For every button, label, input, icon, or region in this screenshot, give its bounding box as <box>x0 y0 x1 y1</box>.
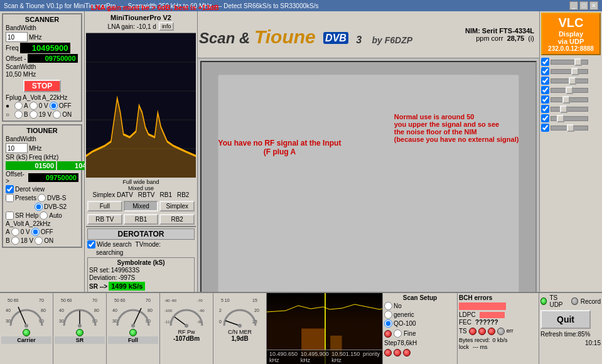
scanner-freq-display: 10495900 <box>20 43 70 53</box>
plug-a-radio[interactable] <box>14 102 23 110</box>
volb-19v-radio[interactable] <box>30 110 38 119</box>
rb2-button[interactable]: RB2 <box>159 214 195 225</box>
presets-checkbox[interactable] <box>6 194 14 202</box>
rb1-button[interactable]: RB1 <box>124 214 159 225</box>
t-off-radio[interactable] <box>31 228 40 236</box>
mode-mixed-label: Mixed use <box>87 185 195 191</box>
freq-label: Freq <box>6 45 19 51</box>
spectrum-info: Full wide band Mixed use Simplex DATV RB… <box>86 178 196 200</box>
action-led-1 <box>384 349 392 356</box>
dvbs-radio[interactable] <box>38 194 46 202</box>
bandwidth-input[interactable] <box>6 32 28 42</box>
slider-3[interactable] <box>551 78 588 83</box>
tiouner-bw-input[interactable] <box>6 143 28 153</box>
auto-radio[interactable] <box>40 211 48 220</box>
rb2-label: RB2 <box>177 191 189 198</box>
slider-checkbox-4[interactable] <box>541 86 549 94</box>
bandwidth-unit: MHz <box>29 34 42 41</box>
cn-mer-label: C/N MER <box>228 329 252 335</box>
slider-5[interactable] <box>551 97 588 102</box>
slider-7[interactable] <box>551 116 588 121</box>
tiouner-offset-display: 09750000 <box>28 173 78 182</box>
svg-text:-70: -70 <box>197 299 203 302</box>
svg-text:-90 -80: -90 -80 <box>164 299 177 302</box>
nim-label: NIM: Serit FTS-4334L <box>419 27 534 35</box>
scan-qo100-radio[interactable] <box>384 319 392 328</box>
symbolrate-box: Symbolrate (kS) SR set: 1499633S Deviati… <box>87 257 195 293</box>
b22k-on-radio[interactable] <box>53 110 61 119</box>
lock-value: --- ms <box>473 344 488 350</box>
bch-panel: BCH errors LDPC FEC ?????? TS err Bytes … <box>458 293 539 364</box>
scanner-title: SCANNER <box>6 16 78 23</box>
waterfall-bottom: 10.490.650 kHz 10.495.900 kHz 10.501.150… <box>267 293 382 364</box>
sr-label: SR <box>55 336 105 344</box>
dvbs2-radio[interactable] <box>35 203 43 211</box>
slider-8[interactable] <box>551 126 588 131</box>
svg-text:70: 70 <box>146 298 151 302</box>
action-led-3 <box>403 349 411 356</box>
ldpc-bar <box>480 312 505 318</box>
sr-arrow-label: SR --> <box>89 283 107 290</box>
a22k-off-radio[interactable] <box>50 102 58 110</box>
freq1-label: 10.490.650 kHz <box>269 351 301 363</box>
vola-0v-radio[interactable] <box>30 102 38 110</box>
auto-label: Auto <box>49 212 62 219</box>
t-18v-radio[interactable] <box>11 237 19 245</box>
vlc-address: 232.0.0.12:8888 <box>544 45 598 52</box>
wide-search-checkbox[interactable] <box>87 240 95 249</box>
bytes-recvd-value: 0 kb/s <box>493 337 508 343</box>
slider-checkbox-8[interactable] <box>541 124 549 132</box>
maximize-button[interactable]: □ <box>579 1 588 10</box>
symbolrate-title: Symbolrate (kS) <box>89 259 193 266</box>
scanner-offset-display: 09750000 <box>28 54 78 63</box>
plug-b-radio[interactable] <box>14 110 23 119</box>
full-button[interactable]: Full <box>87 201 122 211</box>
svg-text:40: 40 <box>112 308 117 313</box>
mixed-button[interactable]: Mixed <box>124 201 159 211</box>
info-button[interactable]: info <box>159 22 175 31</box>
tiouner-sr-display: 01500 <box>6 161 56 170</box>
priority-label: priority <box>363 351 380 363</box>
derot-view-checkbox[interactable] <box>6 185 14 193</box>
svg-text:30: 30 <box>6 319 11 323</box>
lna-gain-label: LNA gain: -10,1 d <box>108 23 156 30</box>
t-on-radio[interactable] <box>35 237 43 245</box>
ts-label-bch: TS <box>459 328 467 335</box>
rbtv-button[interactable]: RB TV <box>87 214 122 225</box>
slider-2[interactable] <box>551 69 588 74</box>
sr-help-checkbox[interactable] <box>6 211 14 220</box>
scan-generic-label: generic <box>394 311 414 318</box>
stop-button[interactable]: STOP <box>23 80 61 92</box>
slider-1[interactable] <box>551 60 588 65</box>
slider-6[interactable] <box>551 107 588 112</box>
slider-checkbox-3[interactable] <box>541 77 549 85</box>
scan-no-radio[interactable] <box>384 302 392 310</box>
slider-4[interactable] <box>551 88 588 93</box>
bch-title: BCH errors <box>459 294 537 301</box>
wide-search-label: Wide search <box>97 241 132 248</box>
sr-led <box>76 329 83 336</box>
sr-set-value: 1499633S <box>111 267 140 274</box>
lock-label: lock <box>459 344 469 350</box>
fine-radio[interactable] <box>394 329 402 338</box>
full-meter: 50 60 70 40 80 30 90 Full <box>107 293 160 364</box>
svg-point-31 <box>131 324 135 328</box>
slider-checkbox-5[interactable] <box>541 95 549 104</box>
svg-text:70: 70 <box>39 298 44 302</box>
a22k-label: A_22kHz <box>42 94 68 101</box>
tvmode-value: searching <box>96 249 123 256</box>
scan-setup-title: Scan Setup <box>384 294 456 301</box>
slider-checkbox-6[interactable] <box>541 105 549 113</box>
close-button[interactable]: ✕ <box>589 1 598 10</box>
slider-checkbox-1[interactable] <box>541 58 549 66</box>
simplex-button[interactable]: Simplex <box>159 201 195 211</box>
svg-text:80: 80 <box>148 308 153 313</box>
slider-checkbox-2[interactable] <box>541 67 549 75</box>
sr-meter: 50 60 70 40 80 30 90 SR <box>53 293 107 364</box>
dvbs2-label: DVB-S2 <box>44 203 67 210</box>
quit-button[interactable]: Quit <box>540 310 591 329</box>
scan-generic-radio[interactable] <box>384 311 392 319</box>
slider-checkbox-7[interactable] <box>541 114 549 122</box>
t-0v-radio[interactable] <box>11 228 19 236</box>
minimize-button[interactable]: _ <box>569 1 578 10</box>
